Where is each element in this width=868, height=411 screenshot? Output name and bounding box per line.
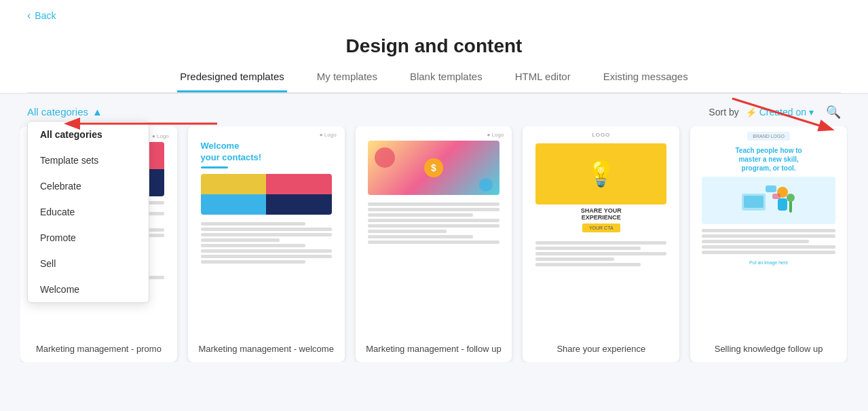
st-line-5 [535, 263, 641, 266]
wt-line-1 [201, 222, 306, 226]
svg-rect-6 [789, 200, 792, 213]
categories-dropdown: All categories Template sets Celebrate E… [27, 121, 149, 303]
wt-line-6 [201, 249, 332, 253]
ft-line-6 [368, 230, 447, 233]
chevron-up-icon: ▲ [92, 106, 102, 118]
sort-by-label: Sort by [709, 107, 738, 118]
followup-logo-bar: ● Logo [361, 132, 507, 138]
sell-line-4 [702, 245, 835, 249]
ft-line-7 [368, 235, 473, 238]
search-icon[interactable]: 🔍 [826, 105, 841, 120]
selling-logo-badge: BRAND LOGO [747, 132, 790, 141]
share-preview-content: LOGO 💡 SHARE YOUREXPERIENCE YOUR CTA [523, 126, 679, 337]
template-label-share: Share your experience [523, 337, 679, 362]
share-title-text: SHARE YOUREXPERIENCE [535, 207, 666, 221]
st-line-4 [535, 257, 614, 261]
selling-heading-text: Teach people how tomaster a new skill,pr… [702, 146, 835, 173]
sort-value-button[interactable]: ⚡ Created on ▾ [746, 107, 814, 118]
tab-divider [27, 92, 841, 93]
welcome-heading-text: Welcomeyour contacts! [201, 141, 332, 164]
followup-preview-content: ● Logo $ [356, 126, 512, 337]
tab-my-templates[interactable]: My templates [314, 64, 380, 92]
dropdown-item-educate[interactable]: Educate [28, 199, 149, 225]
template-card-welcome[interactable]: ● Logo Welcomeyour contacts! [188, 126, 345, 362]
template-label-welcome: Marketing management - welcome [188, 337, 345, 362]
st-line-3 [535, 252, 666, 255]
bulb-icon: 💡 [586, 160, 616, 188]
tab-existing[interactable]: Existing messages [601, 64, 691, 92]
tabs-nav: Predesigned templates My templates Blank… [27, 64, 841, 92]
back-label: Back [35, 10, 56, 21]
dropdown-item-welcome[interactable]: Welcome [28, 276, 149, 302]
sort-value-text: Created on [759, 107, 806, 118]
decor-circle-1 [375, 147, 395, 168]
wt-line-4 [201, 238, 280, 242]
categories-label: All categories [27, 106, 88, 118]
header: ‹ Back Design and content Predesigned te… [0, 0, 868, 94]
categories-container: All categories ▲ All categories Template… [27, 106, 102, 118]
svg-point-7 [787, 194, 795, 202]
page-title: Design and content [27, 29, 841, 57]
decor-circle-2 [479, 178, 493, 192]
selling-preview-content: BRAND LOGO Teach people how tomaster a n… [690, 126, 847, 337]
dropdown-item-all[interactable]: All categories [28, 122, 149, 147]
sell-line-5 [702, 251, 835, 254]
dropdown-item-template-sets[interactable]: Template sets [28, 147, 149, 173]
all-categories-button[interactable]: All categories ▲ [27, 106, 102, 118]
template-label-selling: Selling knowledge follow up [690, 337, 847, 362]
welcome-text-lines [201, 220, 332, 266]
back-button[interactable]: ‹ Back [27, 0, 56, 29]
followup-image-block: $ [368, 141, 499, 195]
coin-icon: $ [424, 158, 443, 177]
wb-color-3 [201, 194, 267, 215]
share-logo-text: LOGO [528, 132, 674, 138]
template-card-followup[interactable]: ● Logo $ [356, 126, 512, 362]
tab-html-editor[interactable]: HTML editor [512, 64, 573, 92]
sell-line-1 [702, 229, 835, 232]
toolbar: All categories ▲ All categories Template… [0, 94, 868, 126]
template-preview-selling: BRAND LOGO Teach people how tomaster a n… [690, 126, 847, 337]
followup-text-lines [368, 200, 499, 246]
back-arrow-icon: ‹ [27, 10, 31, 22]
svg-rect-5 [778, 198, 787, 211]
sort-area: Sort by ⚡ Created on ▾ 🔍 [709, 105, 841, 120]
svg-rect-3 [744, 196, 763, 208]
template-label-promo: Marketing management - promo [20, 337, 177, 362]
st-line-2 [535, 247, 641, 250]
sell-line-2 [702, 234, 835, 238]
tab-predesigned[interactable]: Predesigned templates [177, 64, 286, 92]
share-yellow-block: 💡 [535, 143, 666, 204]
wt-line-7 [201, 255, 332, 258]
template-preview-share: LOGO 💡 SHARE YOUREXPERIENCE YOUR CTA [523, 126, 679, 337]
dropdown-item-sell[interactable]: Sell [28, 251, 149, 276]
wb-color-2 [266, 174, 332, 194]
selling-text-lines [702, 227, 835, 256]
template-label-followup: Marketing management - follow up [356, 337, 512, 362]
template-preview-welcome: ● Logo Welcomeyour contacts! [188, 126, 345, 337]
sell-line-3 [702, 240, 809, 243]
wt-line-2 [201, 228, 332, 231]
share-cta-button: YOUR CTA [582, 224, 620, 232]
wt-line-3 [201, 233, 332, 236]
ft-line-2 [368, 208, 499, 211]
st-line-1 [535, 241, 666, 245]
wt-line-8 [201, 260, 306, 264]
welcome-preview-content: ● Logo Welcomeyour contacts! [188, 126, 345, 337]
ft-line-1 [368, 202, 499, 206]
dropdown-item-celebrate[interactable]: Celebrate [28, 173, 149, 199]
ft-line-4 [368, 219, 499, 222]
template-card-selling[interactable]: BRAND LOGO Teach people how tomaster a n… [690, 126, 847, 362]
welcome-color-block [201, 174, 332, 215]
share-text-lines [535, 239, 666, 268]
wt-line-5 [201, 244, 306, 247]
selling-svg-illustration [738, 180, 799, 221]
dropdown-item-promote[interactable]: Promote [28, 225, 149, 251]
wb-color-4 [266, 194, 332, 215]
ft-line-3 [368, 213, 473, 217]
lightning-icon: ⚡ [746, 107, 757, 118]
sort-chevron-icon: ▾ [809, 107, 814, 118]
tab-blank[interactable]: Blank templates [407, 64, 485, 92]
template-preview-followup: ● Logo $ [356, 126, 512, 337]
template-card-share[interactable]: LOGO 💡 SHARE YOUREXPERIENCE YOUR CTA [523, 126, 679, 362]
wb-color-1 [201, 174, 267, 194]
